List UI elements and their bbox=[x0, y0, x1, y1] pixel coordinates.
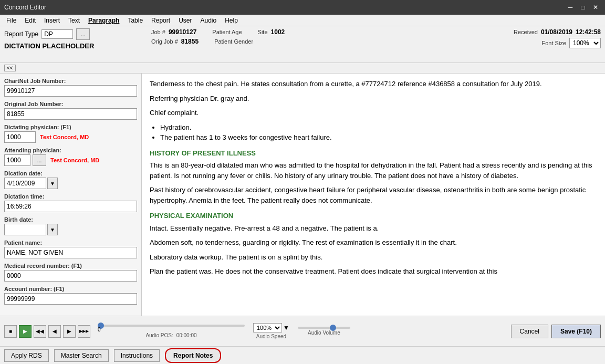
patient-name-label: Patient name: bbox=[4, 240, 137, 246]
orig-job-value: 81855 bbox=[181, 38, 199, 45]
audio-controls: ■ ▶ ◀◀ ◀ ▶ ▶▶▶ bbox=[4, 325, 90, 338]
titlebar: Concord Editor ─ □ ✕ bbox=[0, 0, 605, 15]
bottombar: Apply RDS Master Search Instructions Rep… bbox=[0, 346, 605, 364]
end-button[interactable]: ▶▶▶ bbox=[78, 325, 90, 338]
chartnet-label: ChartNet Job Number: bbox=[4, 78, 137, 84]
stop-button[interactable]: ■ bbox=[4, 325, 17, 338]
history-para-1: This is an 80-year-old dilatated man who… bbox=[150, 160, 597, 181]
slider-min: 0 bbox=[98, 327, 101, 332]
birth-date-input[interactable] bbox=[4, 224, 46, 235]
editor-para-2: Referring physician Dr. gray and. bbox=[150, 93, 597, 104]
dication-date-block: Dication date: ▼ bbox=[4, 170, 137, 189]
font-size-select[interactable]: 100% 75% 125% 150% bbox=[569, 38, 601, 48]
orig-job-left-label: Original Job Number: bbox=[4, 101, 137, 107]
history-para-2: Past history of cerebrovascular accident… bbox=[150, 185, 597, 205]
volume-slider[interactable] bbox=[298, 327, 350, 329]
play-button[interactable]: ▶ bbox=[19, 325, 32, 338]
minimize-button[interactable]: ─ bbox=[565, 3, 576, 12]
received-time: 12:42:58 bbox=[576, 28, 601, 36]
dict-physician-input[interactable] bbox=[4, 131, 36, 143]
physical-para-4: Plan the patient was. He does not the co… bbox=[150, 266, 597, 277]
apply-rds-button[interactable]: Apply RDS bbox=[4, 349, 49, 362]
dict-physician-name: Test Concord, MD bbox=[40, 134, 89, 140]
menu-file[interactable]: File bbox=[2, 16, 20, 25]
dictation-time-block: Dictation time: bbox=[4, 193, 137, 212]
menu-insert[interactable]: Insert bbox=[40, 16, 64, 25]
titlebar-controls: ─ □ ✕ bbox=[565, 3, 601, 12]
site-label: Site bbox=[258, 29, 268, 35]
bullet-list: Hydration. The patient has 1 to 3 weeks … bbox=[160, 122, 597, 143]
instructions-button[interactable]: Instructions bbox=[114, 349, 160, 362]
action-buttons: Cancel Save (F10) bbox=[511, 325, 601, 338]
collapse-button[interactable]: << bbox=[4, 65, 16, 71]
dication-date-label: Dication date: bbox=[4, 170, 137, 176]
save-button[interactable]: Save (F10) bbox=[551, 325, 601, 338]
attend-physician-name: Test Concord, MD bbox=[50, 157, 99, 163]
menubar: File Edit Insert Text Paragraph Table Re… bbox=[0, 15, 605, 26]
orig-job-block: Original Job Number: bbox=[4, 101, 137, 120]
speed-dropdown-icon: ▼ bbox=[283, 324, 289, 331]
bullet-item-1: Hydration. bbox=[160, 122, 597, 133]
received-label: Received bbox=[514, 29, 538, 35]
menu-table[interactable]: Table bbox=[123, 16, 147, 25]
birth-date-block: Birth date: ▼ bbox=[4, 216, 137, 235]
audio-volume-section: Audio Volume bbox=[298, 327, 350, 336]
dication-date-input[interactable] bbox=[4, 178, 46, 189]
menu-paragraph[interactable]: Paragraph bbox=[84, 16, 123, 25]
physical-para-1: Intact. Essentially negative. Pre-arrest… bbox=[150, 223, 597, 234]
dictation-time-input[interactable] bbox=[4, 201, 137, 212]
physical-para-2: Abdomen soft, no tenderness, guarding or… bbox=[150, 237, 597, 248]
medical-record-input[interactable] bbox=[4, 270, 137, 282]
history-heading: HISTORY OF PRESENT ILLNESS bbox=[150, 148, 597, 159]
job-label: Job # bbox=[151, 29, 165, 35]
menu-edit[interactable]: Edit bbox=[20, 16, 40, 25]
audio-pos-label: Audio POS: bbox=[145, 332, 173, 338]
menu-audio[interactable]: Audio bbox=[196, 16, 221, 25]
chartnet-input[interactable] bbox=[4, 85, 137, 97]
medical-record-label: Medical record number: (F1) bbox=[4, 263, 137, 269]
maximize-button[interactable]: □ bbox=[578, 3, 588, 12]
patient-age-label: Patient Age bbox=[212, 29, 242, 35]
patient-name-input[interactable] bbox=[4, 247, 137, 258]
speed-select[interactable]: 100% 75% 50% 125% 150% bbox=[253, 323, 282, 332]
received-date: 01/08/2019 bbox=[541, 28, 572, 36]
main-area: ChartNet Job Number: Original Job Number… bbox=[0, 74, 605, 316]
menu-report[interactable]: Report bbox=[147, 16, 174, 25]
physical-heading: PHYSICAL EXAMINATION bbox=[150, 211, 597, 221]
report-type-input[interactable]: DP bbox=[41, 29, 73, 39]
speed-label: Audio Speed bbox=[256, 334, 286, 339]
collapse-bar: << bbox=[0, 63, 605, 74]
font-size-label: Font Size bbox=[542, 40, 566, 46]
orig-job-label: Orig Job # bbox=[151, 38, 178, 45]
attend-physician-block: Attending physician: ... Test Concord, M… bbox=[4, 147, 137, 166]
menu-user[interactable]: User bbox=[174, 16, 196, 25]
birth-date-dropdown-btn[interactable]: ▼ bbox=[47, 224, 58, 235]
audio-speed-section: 100% 75% 50% 125% 150% ▼ Audio Speed bbox=[253, 323, 289, 339]
account-number-input[interactable] bbox=[4, 293, 137, 305]
chartnet-block: ChartNet Job Number: bbox=[4, 78, 137, 97]
attend-physician-btn[interactable]: ... bbox=[33, 154, 46, 166]
orig-job-input[interactable] bbox=[4, 108, 137, 120]
cancel-button[interactable]: Cancel bbox=[511, 325, 548, 338]
patient-name-block: Patient name: bbox=[4, 240, 137, 258]
editor-area[interactable]: Tenderness to the chest pain. He states … bbox=[142, 74, 605, 316]
job-value: 99910127 bbox=[169, 28, 196, 36]
audio-pos-value: 00:00:00 bbox=[176, 332, 197, 338]
account-number-label: Account number: (F1) bbox=[4, 286, 137, 292]
date-dropdown-btn[interactable]: ▼ bbox=[47, 178, 58, 189]
forward-button[interactable]: ▶ bbox=[63, 325, 76, 338]
close-button[interactable]: ✕ bbox=[590, 3, 601, 12]
left-panel: ChartNet Job Number: Original Job Number… bbox=[0, 74, 142, 316]
attend-physician-input[interactable] bbox=[4, 154, 30, 166]
site-value: 1002 bbox=[271, 28, 285, 36]
physical-para-3: Laboratory data workup. The patient is o… bbox=[150, 252, 597, 263]
rewind-button[interactable]: ◀◀ bbox=[34, 325, 46, 338]
report-type-btn[interactable]: ... bbox=[76, 28, 90, 40]
master-search-button[interactable]: Master Search bbox=[54, 349, 109, 362]
bullet-item-2: The patient has 1 to 3 weeks for congest… bbox=[160, 132, 597, 143]
report-type-label: Report Type bbox=[4, 30, 38, 38]
report-notes-button[interactable]: Report Notes bbox=[165, 348, 221, 363]
menu-help[interactable]: Help bbox=[221, 16, 242, 25]
back-button[interactable]: ◀ bbox=[48, 325, 61, 338]
menu-text[interactable]: Text bbox=[64, 16, 84, 25]
